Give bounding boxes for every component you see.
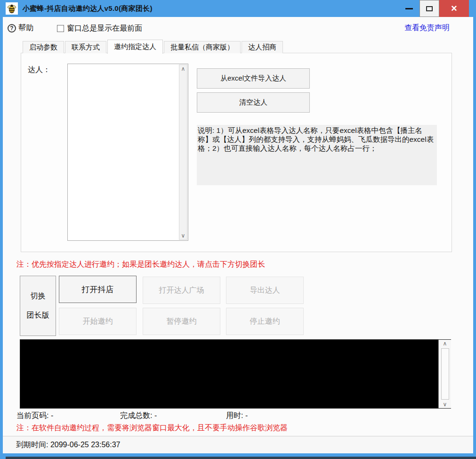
log-output: [20, 339, 451, 409]
tab-bulk-message-merchant[interactable]: 批量私信（商家版）: [164, 41, 241, 53]
log-scroll-up-icon[interactable]: ∧: [439, 340, 451, 347]
topmost-checkbox[interactable]: 窗口总是显示在最前面: [57, 24, 142, 33]
bee-icon: [7, 3, 17, 14]
switch-leader-line1: 切换: [31, 291, 46, 301]
help-icon: ?: [8, 24, 16, 33]
elapsed-time-value: -: [245, 411, 248, 419]
app-window: 小蜜蜂-抖店自动邀约达人v5.0(商家团长) × ? 帮助 窗口总是显示在最前面…: [0, 0, 476, 459]
window-controls: ×: [398, 0, 469, 17]
tab-bar: 启动参数 联系方式 邀约指定达人 批量私信（商家版） 达人招商: [23, 40, 284, 53]
switch-leader-line2: 团长版: [27, 311, 49, 320]
maximize-button[interactable]: [420, 0, 439, 17]
export-daren-button[interactable]: 导出达人: [226, 277, 304, 304]
pause-invite-button[interactable]: 暂停邀约: [143, 308, 220, 335]
tab-contact-method[interactable]: 联系方式: [65, 41, 106, 53]
completed-total-status: 完成总数: -: [120, 411, 157, 421]
open-daren-plaza-button[interactable]: 打开达人广场: [143, 277, 220, 304]
import-instructions-text: 说明: 1）可从excel表格导入达人名称，只要excel表格中包含【播主名称】…: [197, 125, 437, 185]
scroll-up-icon[interactable]: ∧: [179, 65, 187, 73]
window-title: 小蜜蜂-抖店自动邀约达人v5.0(商家团长): [23, 4, 153, 13]
help-button[interactable]: ? 帮助: [8, 23, 33, 33]
elapsed-time-label: 用时:: [226, 411, 245, 419]
log-scroll-down-icon[interactable]: ∨: [439, 401, 451, 408]
import-from-excel-button[interactable]: 从excel文件导入达人: [197, 68, 310, 89]
maximize-icon: [426, 6, 433, 11]
clear-daren-button[interactable]: 清空达人: [197, 92, 310, 113]
browser-warning-note: 注：在软件自动邀约过程，需要将浏览器窗口最大化，且不要手动操作谷歌浏览器: [16, 423, 288, 433]
expire-time: 到期时间: 2099-06-25 23:56:37: [16, 440, 120, 450]
daren-label: 达人：: [28, 65, 50, 75]
textarea-scrollbar[interactable]: ∧ ∨: [179, 65, 187, 240]
open-douyin-shop-button[interactable]: 打开抖店: [59, 276, 137, 303]
client-area: ? 帮助 窗口总是显示在最前面 查看免责声明 启动参数 联系方式 邀约指定达人 …: [3, 17, 473, 453]
close-icon: ×: [451, 2, 457, 15]
tab-invite-specified-daren[interactable]: 邀约指定达人: [107, 40, 163, 54]
current-page-value: -: [51, 411, 53, 419]
title-bar: 小蜜蜂-抖店自动邀约达人v5.0(商家团长) ×: [0, 0, 476, 17]
status-row: 当前页码: - 完成总数: - 用时: -: [3, 411, 473, 421]
scroll-down-icon[interactable]: ∨: [179, 232, 187, 239]
stop-invite-button[interactable]: 停止邀约: [226, 308, 304, 335]
elapsed-time-status: 用时: -: [226, 411, 248, 421]
expire-time-label: 到期时间:: [16, 441, 50, 449]
checkbox-icon: [57, 25, 64, 32]
expire-time-value: 2099-06-25 23:56:37: [50, 441, 121, 449]
tab-launch-params[interactable]: 启动参数: [23, 41, 64, 53]
tab-panel: 达人： ∧ ∨ 从excel文件导入达人 清空达人 说明: 1）可从excel表…: [21, 53, 452, 252]
close-button[interactable]: ×: [439, 0, 469, 17]
status-bar: 到期时间: 2099-06-25 23:56:37: [3, 436, 473, 453]
completed-total-label: 完成总数:: [120, 411, 154, 419]
current-page-label: 当前页码:: [16, 411, 51, 419]
topmost-checkbox-label: 窗口总是显示在最前面: [67, 24, 142, 33]
app-icon: [6, 2, 18, 15]
disclaimer-link[interactable]: 查看免责声明: [404, 23, 450, 33]
completed-total-value: -: [154, 411, 157, 419]
log-scrollbar[interactable]: ∧ ∨: [438, 340, 451, 408]
help-label: 帮助: [18, 23, 33, 33]
log-scroll-track[interactable]: [441, 348, 449, 400]
tab-daren-recruit[interactable]: 达人招商: [242, 41, 283, 53]
window-shadow: [6, 457, 476, 459]
minimize-button[interactable]: [398, 0, 420, 17]
switch-leader-version-button[interactable]: 切换 团长版: [20, 276, 56, 336]
daren-textarea[interactable]: ∧ ∨: [67, 64, 188, 241]
priority-note: 注：优先按指定达人进行邀约；如果是团长邀约达人，请点击下方切换团长: [16, 260, 265, 270]
current-page-status: 当前页码: -: [16, 411, 53, 421]
start-invite-button[interactable]: 开始邀约: [59, 308, 137, 335]
minimize-icon: [405, 8, 413, 9]
